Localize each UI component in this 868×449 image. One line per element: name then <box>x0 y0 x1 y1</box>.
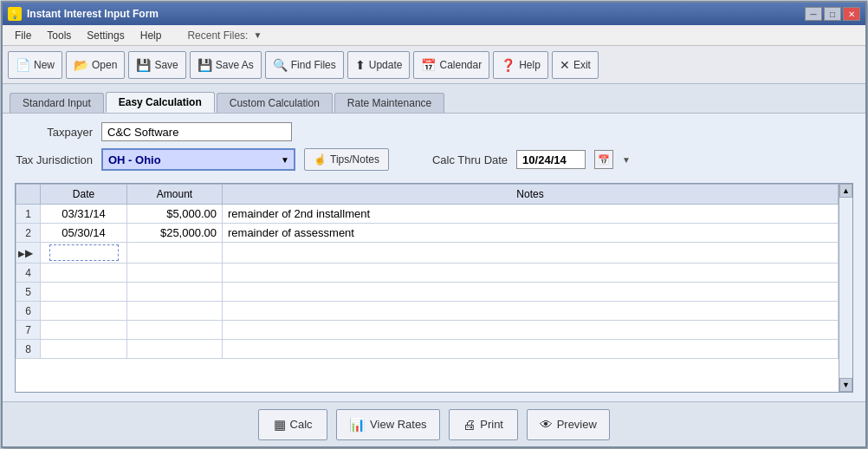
table-row-num: 2 <box>16 224 41 243</box>
date-calendar-button[interactable]: 📅 <box>594 150 613 169</box>
help-label: Help <box>519 59 541 71</box>
bottom-toolbar: ▦ Calc 📊 View Rates 🖨 Print 👁 Preview <box>3 401 865 446</box>
recent-files-arrow[interactable]: ▼ <box>253 30 262 40</box>
menu-settings[interactable]: Settings <box>80 28 131 43</box>
table-cell-date[interactable] <box>41 340 127 359</box>
title-bar: 💡 Instant Interest Input Form ─ □ ✕ <box>3 3 865 25</box>
date-dropdown-arrow[interactable]: ▼ <box>622 155 631 165</box>
new-button[interactable]: 📄 New <box>8 51 62 79</box>
menu-tools[interactable]: Tools <box>40 28 78 43</box>
tab-easy-calculation[interactable]: Easy Calculation <box>106 92 215 113</box>
open-button[interactable]: 📂 Open <box>66 51 125 79</box>
view-rates-icon: 📊 <box>349 417 366 433</box>
table-cell-amount[interactable] <box>127 264 223 283</box>
table-cell-amount[interactable] <box>127 340 223 359</box>
jurisdiction-input[interactable] <box>103 150 276 169</box>
jurisdiction-dropdown-button[interactable]: ▼ <box>276 150 294 169</box>
print-label: Print <box>480 418 503 431</box>
exit-icon: ✕ <box>560 58 570 72</box>
tab-custom-calculation[interactable]: Custom Calculation <box>217 93 333 113</box>
save-as-label: Save As <box>216 59 254 71</box>
table-cell-amount[interactable]: $25,000.00 <box>127 224 223 243</box>
scrollbar-track[interactable] <box>839 198 852 378</box>
table-cell-amount[interactable] <box>127 283 223 302</box>
table-cell-notes[interactable] <box>223 264 839 283</box>
title-bar-left: 💡 Instant Interest Input Form <box>8 7 159 21</box>
vertical-scrollbar[interactable]: ▲ ▼ <box>839 184 852 392</box>
exit-button[interactable]: ✕ Exit <box>552 51 599 79</box>
table-cell-notes[interactable] <box>223 321 839 340</box>
jurisdiction-label: Tax Jurisdiction <box>15 153 93 166</box>
taxpayer-label: Taxpayer <box>15 126 93 139</box>
maximize-button[interactable]: □ <box>824 7 841 21</box>
close-button[interactable]: ✕ <box>843 7 860 21</box>
tips-notes-button[interactable]: ☝ Tips/Notes <box>304 148 389 171</box>
col-header-date: Date <box>41 185 127 205</box>
tips-notes-label: Tips/Notes <box>330 153 379 166</box>
menu-bar: File Tools Settings Help Recent Files: ▼ <box>3 25 865 46</box>
table-cell-date[interactable]: 03/31/14 <box>41 205 127 224</box>
jurisdiction-container: ▼ <box>101 148 295 171</box>
help-button[interactable]: ❓ Help <box>493 51 548 79</box>
calendar-icon: 📅 <box>421 58 436 72</box>
table-cell-notes[interactable] <box>223 243 839 264</box>
table-cell-date[interactable] <box>41 302 127 321</box>
table-cell-date[interactable]: 05/30/14 <box>41 224 127 243</box>
find-files-icon: 🔍 <box>273 58 288 72</box>
window-title: Instant Interest Input Form <box>27 8 159 20</box>
view-rates-label: View Rates <box>370 418 427 431</box>
calc-thru-date-input[interactable] <box>516 150 586 169</box>
update-icon: ⬆ <box>355 58 366 72</box>
table-cell-notes[interactable] <box>223 302 839 321</box>
table-cell-date[interactable] <box>41 243 127 264</box>
menu-help[interactable]: Help <box>133 28 169 43</box>
tips-notes-icon: ☝ <box>314 153 327 166</box>
view-rates-button[interactable]: 📊 View Rates <box>336 409 440 440</box>
table-cell-notes[interactable] <box>223 283 839 302</box>
print-button[interactable]: 🖨 Print <box>449 409 518 440</box>
col-header-num <box>16 185 41 205</box>
menu-file[interactable]: File <box>8 28 38 43</box>
table-cell-notes[interactable]: remainder of assessment <box>223 224 839 243</box>
scrollbar-area: Date Amount Notes 103/31/14$5,000.00rema… <box>16 184 852 392</box>
data-table: Date Amount Notes 103/31/14$5,000.00rema… <box>16 184 839 359</box>
save-label: Save <box>154 59 178 71</box>
calendar-button[interactable]: 📅 Calendar <box>413 51 489 79</box>
table-cell-date[interactable] <box>41 264 127 283</box>
table-cell-date[interactable] <box>41 321 127 340</box>
table-cell-notes[interactable] <box>223 340 839 359</box>
preview-button[interactable]: 👁 Preview <box>527 409 610 440</box>
tabs-area: Standard Input Easy Calculation Custom C… <box>3 84 865 114</box>
calc-button[interactable]: ▦ Calc <box>258 409 327 440</box>
scrollbar-down-button[interactable]: ▼ <box>839 378 852 392</box>
jurisdiction-row: Tax Jurisdiction ▼ ☝ Tips/Notes Calc Thr… <box>15 148 853 171</box>
find-files-button[interactable]: 🔍 Find Files <box>265 51 344 79</box>
preview-icon: 👁 <box>540 417 553 432</box>
table-cell-amount[interactable] <box>127 302 223 321</box>
table-cell-amount[interactable] <box>127 243 223 264</box>
table-cell-notes[interactable]: remainder of 2nd installment <box>223 205 839 224</box>
tab-standard-input[interactable]: Standard Input <box>10 93 104 113</box>
update-button[interactable]: ⬆ Update <box>347 51 411 79</box>
date-edit-input[interactable] <box>49 244 119 261</box>
minimize-button[interactable]: ─ <box>805 7 822 21</box>
save-as-button[interactable]: 💾 Save As <box>190 51 262 79</box>
table-row-num: 7 <box>16 321 41 340</box>
new-label: New <box>34 59 55 71</box>
table-cell-amount[interactable]: $5,000.00 <box>127 205 223 224</box>
table-row-num: ▶ <box>16 243 41 264</box>
data-table-container: Date Amount Notes 103/31/14$5,000.00rema… <box>15 183 853 393</box>
save-button[interactable]: 💾 Save <box>128 51 185 79</box>
calendar-label: Calendar <box>439 59 482 71</box>
table-scroll[interactable]: Date Amount Notes 103/31/14$5,000.00rema… <box>16 184 839 392</box>
tab-rate-maintenance[interactable]: Rate Maintenance <box>334 93 444 113</box>
recent-files-label: Recent Files: <box>187 29 248 42</box>
scrollbar-up-button[interactable]: ▲ <box>839 184 852 198</box>
new-icon: 📄 <box>16 58 30 72</box>
print-icon: 🖨 <box>463 417 476 432</box>
taxpayer-input[interactable] <box>101 122 292 141</box>
table-cell-date[interactable] <box>41 283 127 302</box>
table-cell-amount[interactable] <box>127 321 223 340</box>
col-header-amount: Amount <box>127 185 223 205</box>
open-label: Open <box>92 59 117 71</box>
